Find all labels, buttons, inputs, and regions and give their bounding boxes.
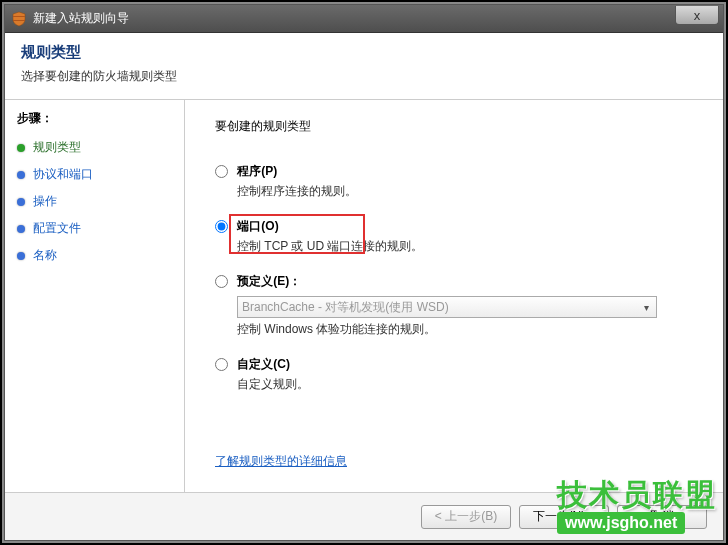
bullet-icon [17,171,25,179]
sidebar-title: 步骤： [17,110,184,127]
radio-predefined-label[interactable]: 预定义(E)： [237,274,301,288]
step-label[interactable]: 规则类型 [33,139,81,156]
back-button[interactable]: < 上一步(B) [421,505,511,529]
cancel-button[interactable]: 取消 [617,505,707,529]
radio-program-label[interactable]: 程序(P) [237,164,277,178]
step-rule-type[interactable]: 规则类型 [17,139,184,156]
next-button[interactable]: 下一步(N) > [519,505,609,529]
predefined-dropdown[interactable]: BranchCache - 对等机发现(使用 WSD) ▾ [237,296,657,318]
titlebar: 新建入站规则向导 x [5,5,723,33]
step-label[interactable]: 名称 [33,247,57,264]
learn-more-area: 了解规则类型的详细信息 [215,453,693,470]
close-button[interactable]: x [675,6,719,25]
header-heading: 规则类型 [21,43,707,62]
radio-predefined-desc: 控制 Windows 体验功能连接的规则。 [237,321,693,338]
wizard-window: 新建入站规则向导 x 规则类型 选择要创建的防火墙规则类型 步骤： 规则类型 协… [4,4,724,541]
radio-custom[interactable] [215,358,228,371]
radio-custom-desc: 自定义规则。 [237,376,693,393]
radio-item-custom: 自定义(C) 自定义规则。 [215,356,693,393]
steps-sidebar: 步骤： 规则类型 协议和端口 操作 配置文件 名称 [5,100,185,499]
chevron-down-icon: ▾ [638,299,654,315]
radio-item-program: 程序(P) 控制程序连接的规则。 [215,163,693,200]
window-title: 新建入站规则向导 [33,10,129,27]
radio-program[interactable] [215,165,228,178]
rule-type-radio-group: 程序(P) 控制程序连接的规则。 端口(O) 控制 TCP 或 UD 端口连接的… [215,163,693,393]
step-profile[interactable]: 配置文件 [17,220,184,237]
radio-port-desc: 控制 TCP 或 UD 端口连接的规则。 [237,238,693,255]
step-label[interactable]: 配置文件 [33,220,81,237]
bullet-icon [17,225,25,233]
radio-port[interactable] [215,220,228,233]
step-protocol-port[interactable]: 协议和端口 [17,166,184,183]
bullet-icon [17,252,25,260]
step-label[interactable]: 操作 [33,193,57,210]
radio-item-predefined: 预定义(E)： BranchCache - 对等机发现(使用 WSD) ▾ 控制… [215,273,693,338]
firewall-icon [11,11,27,27]
dropdown-value: BranchCache - 对等机发现(使用 WSD) [242,299,449,316]
radio-program-desc: 控制程序连接的规则。 [237,183,693,200]
step-list: 规则类型 协议和端口 操作 配置文件 名称 [17,139,184,264]
radio-custom-label[interactable]: 自定义(C) [237,357,290,371]
svg-rect-1 [13,20,25,21]
main-panel: 要创建的规则类型 程序(P) 控制程序连接的规则。 端口(O) 控制 TCP 或… [185,100,723,499]
learn-more-link[interactable]: 了解规则类型的详细信息 [215,454,347,468]
wizard-header: 规则类型 选择要创建的防火墙规则类型 [5,33,723,100]
bullet-icon [17,198,25,206]
header-subheading: 选择要创建的防火墙规则类型 [21,68,707,85]
radio-predefined[interactable] [215,275,228,288]
wizard-footer: < 上一步(B) 下一步(N) > 取消 [5,492,723,540]
svg-rect-0 [13,16,25,17]
radio-port-label[interactable]: 端口(O) [237,219,278,233]
step-name[interactable]: 名称 [17,247,184,264]
radio-item-port: 端口(O) 控制 TCP 或 UD 端口连接的规则。 [215,218,693,255]
bullet-icon [17,144,25,152]
step-label[interactable]: 协议和端口 [33,166,93,183]
step-action[interactable]: 操作 [17,193,184,210]
main-prompt: 要创建的规则类型 [215,118,693,135]
